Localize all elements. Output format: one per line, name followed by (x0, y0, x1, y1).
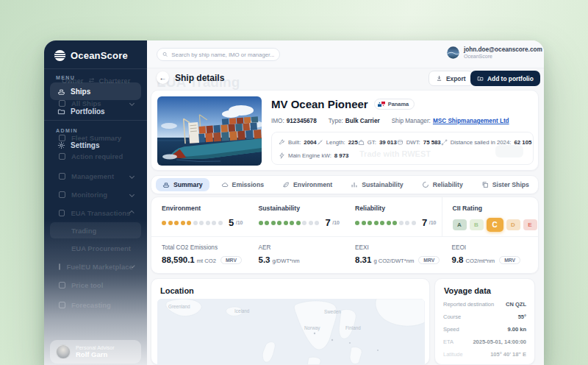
ghost-forecasting: Forecasting (50, 297, 141, 312)
tab-emissions[interactable]: Emissions (215, 178, 270, 191)
voyage-title: Voyage data (444, 286, 491, 295)
cii-grade-d: D (506, 219, 520, 230)
tab-bar: Summary Emissions Environment Sustainabi… (151, 175, 539, 194)
leaf-icon (282, 181, 290, 188)
voyage-rows: Reported destinationCN QZL Course55° Spe… (443, 301, 526, 364)
menu-section-label: MENU (56, 75, 75, 80)
search-icon (162, 52, 168, 57)
sidebar-item-label: Settings (71, 141, 99, 149)
ghost-management: Management (50, 169, 141, 183)
page-title: Ship details (175, 73, 224, 83)
ship-photo (157, 96, 262, 166)
admin-section-label: ADMIN (56, 128, 78, 133)
ratings-row: Environment 5/10 Sustainability 7/10 Rel… (151, 197, 538, 236)
voyage-row-course: Course55° (443, 313, 526, 320)
globe-logo-icon (54, 49, 66, 62)
mrv-badge: MRV (220, 256, 242, 264)
ruler-icon (317, 139, 323, 146)
brand-logo[interactable]: OceanScore (54, 49, 128, 62)
rating-environment: Environment 5/10 (151, 197, 248, 236)
location-title: Location (160, 286, 194, 295)
weight-icon (358, 139, 365, 146)
mrv-badge: MRV (499, 256, 520, 264)
panama-flag-icon (378, 102, 385, 107)
spec-gt: GT:39 013 (358, 139, 397, 146)
sidebar-item-portfolios[interactable]: Portfolios (50, 102, 141, 120)
sidebar-item-ships[interactable]: Ships (50, 82, 141, 100)
bolt-icon (279, 152, 285, 159)
copy-icon (481, 181, 489, 188)
tab-summary[interactable]: Summary (156, 178, 209, 191)
spec-length: Length:225 (317, 139, 358, 146)
rating-dots (259, 221, 320, 225)
search-bar[interactable] (157, 48, 280, 61)
flag-name: Panama (388, 101, 409, 107)
sidebar-item-label: Ships (71, 88, 90, 96)
tab-environment[interactable]: Environment (276, 178, 339, 191)
ghost-trading: Trading (50, 222, 141, 238)
stat-eeoi: EEOI 9.8CO2/mt*nm MRV (442, 237, 539, 273)
ship-icon (162, 181, 170, 188)
voyage-row-speed: Speed9.00 kn (443, 326, 526, 333)
ship-type-value: Bulk Carrier (345, 118, 380, 124)
spec-distance: Distance sailed in 2024:62 105 (441, 139, 532, 146)
voyage-data-card: Voyage data Reported destinationCN QZL C… (434, 278, 535, 365)
back-button[interactable]: ← (157, 71, 169, 84)
wrench-icon (279, 139, 285, 146)
tab-sister-ships[interactable]: Sister Ships (475, 178, 536, 191)
cii-badges: A B C D E (453, 218, 539, 232)
ship-icon (57, 88, 65, 96)
cii-grade-a: A (453, 219, 467, 230)
cloud-icon (221, 181, 229, 188)
ghost-eua-transactions: EUA Transactions (50, 205, 141, 220)
folder-plus-icon (477, 75, 484, 82)
stat-aer: AER 5.3g/DWT*nm (248, 237, 345, 273)
scores-card: Environment 5/10 Sustainability 7/10 Rel… (151, 196, 539, 274)
ghost-price-tool: Price tool (50, 277, 141, 292)
topbar: john.doe@oceanscore.com OceanScore (147, 40, 544, 68)
advisor-role: Personal Advisor (76, 345, 115, 350)
user-org: OceanScore (464, 54, 542, 59)
gear-icon (57, 141, 65, 149)
divider (44, 120, 147, 121)
cii-grade-c: C (487, 218, 503, 232)
route-icon (441, 139, 448, 146)
ghost-fueleu-marketplace: FuelEU Marketplace (50, 259, 141, 274)
sidebar: OceanScore Owner Charterer All Ships Fle… (44, 40, 147, 365)
user-avatar (447, 46, 459, 59)
voyage-row-eta: ETA2025-05-01, 14:00:00 (443, 339, 526, 345)
ship-specs-box: Built:2004 Length:225 GT:39 013 DWT (271, 132, 534, 165)
sidebar-item-settings[interactable]: Settings (50, 136, 141, 154)
page-background: OceanScore Owner Charterer All Ships Fle… (0, 0, 588, 365)
ghost-monitoring: Monitoring (50, 187, 141, 202)
personal-advisor-card[interactable]: Personal Advisor Rolf Garn (50, 340, 141, 364)
location-map[interactable]: Greenland Iceland Norway Sweden Finland (157, 299, 425, 365)
rating-reliability: Reliability 7/10 (345, 197, 442, 236)
spec-dwt: DWT:75 583 (397, 139, 441, 146)
search-input[interactable] (171, 52, 274, 58)
user-menu[interactable]: john.doe@oceanscore.com OceanScore (447, 46, 542, 59)
stat-total-co2: Total CO2 Emissions 88,590.1mt CO2 MRV (151, 237, 248, 273)
export-button[interactable]: Export (429, 71, 473, 86)
spec-built: Built:2004 (279, 139, 317, 146)
main-content: john.doe@oceanscore.com OceanScore EUA T… (147, 40, 544, 365)
divider (44, 68, 147, 69)
ship-manager-link[interactable]: MSC Shipmanagement Ltd (433, 118, 509, 124)
add-to-portfolio-button[interactable]: Add to portfolio (470, 71, 540, 86)
tab-sustainability[interactable]: Sustainability (344, 178, 409, 191)
folder-icon (57, 107, 65, 116)
download-icon (436, 75, 442, 82)
gauge-icon (422, 181, 429, 188)
app-window: OceanScore Owner Charterer All Ships Fle… (44, 40, 544, 365)
user-email: john.doe@oceanscore.com (464, 46, 542, 54)
brand-name: OceanScore (71, 50, 128, 61)
tab-reliability[interactable]: Reliability (415, 178, 470, 191)
rating-dots (162, 221, 223, 225)
advisor-avatar (56, 344, 71, 359)
ship-name: MV Ocean Pioneer (271, 98, 368, 110)
sidebar-item-label: Portfolios (71, 107, 105, 116)
voyage-row-destination: Reported destinationCN QZL (443, 301, 526, 308)
ship-summary-card: MV Ocean Pioneer Panama IMO:912345678 (151, 90, 539, 171)
ghost-eua-procurement: EUA Procurement (50, 241, 141, 255)
location-card: Location (151, 278, 430, 365)
